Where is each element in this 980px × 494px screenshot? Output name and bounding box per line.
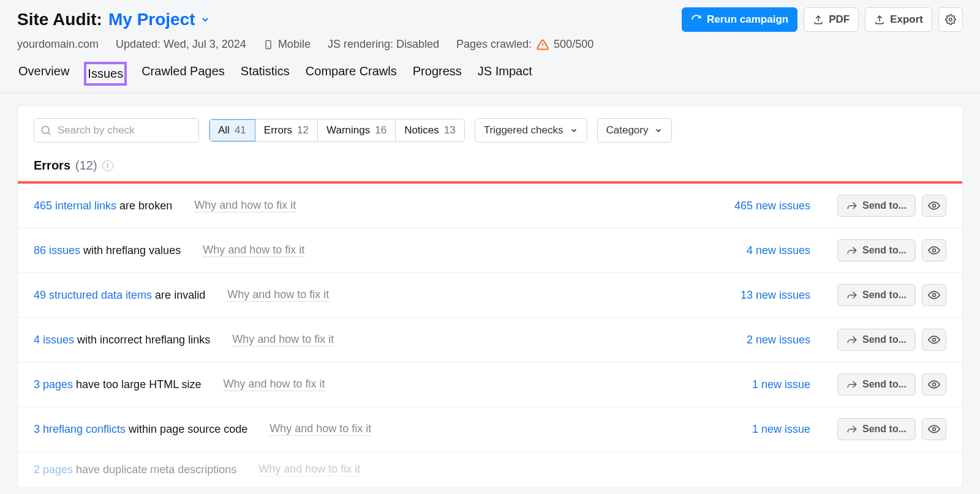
project-dropdown[interactable]: My Project: [108, 10, 210, 29]
refresh-icon: [691, 14, 702, 25]
share-arrow-icon: [846, 245, 858, 256]
why-how-link[interactable]: Why and how to fix it: [227, 288, 329, 302]
why-how-link[interactable]: Why and how to fix it: [270, 422, 371, 436]
issue-text: with incorrect hreflang links: [74, 334, 210, 346]
export-button[interactable]: Export: [865, 7, 932, 32]
svg-point-12: [933, 339, 936, 342]
svg-point-2: [949, 18, 952, 21]
tab-issues[interactable]: Issues: [84, 62, 127, 86]
chevron-down-icon: [200, 15, 210, 24]
tab-compare-crawls[interactable]: Compare Crawls: [304, 62, 398, 86]
issue-link[interactable]: 3 pages: [34, 378, 73, 391]
eye-icon: [928, 378, 940, 391]
issue-row: 4 issues with incorrect hreflang linksWh…: [18, 318, 962, 362]
pdf-button[interactable]: PDF: [804, 7, 859, 32]
mobile-icon: [263, 39, 273, 51]
tab-js-impact[interactable]: JS Impact: [477, 62, 533, 86]
issue-link[interactable]: 2 pages: [34, 463, 73, 476]
view-button[interactable]: [922, 373, 946, 395]
issues-panel: All41Errors12Warnings16Notices13 Trigger…: [17, 105, 963, 488]
eye-icon: [928, 244, 940, 256]
share-arrow-icon: [846, 424, 858, 435]
issue-row: 3 pages have too large HTML sizeWhy and …: [18, 362, 962, 407]
why-how-link[interactable]: Why and how to fix it: [224, 378, 325, 391]
new-issues-link[interactable]: 1 new issue: [752, 378, 810, 391]
svg-point-10: [933, 249, 936, 252]
svg-point-11: [933, 294, 936, 297]
title-bar: Site Audit: My Project Rerun campaign PD…: [17, 7, 963, 32]
issue-type-segments: All41Errors12Warnings16Notices13: [209, 119, 465, 142]
why-how-link[interactable]: Why and how to fix it: [258, 463, 360, 476]
eye-icon: [928, 423, 940, 435]
tab-crawled-pages[interactable]: Crawled Pages: [140, 62, 226, 86]
chevron-down-icon: [654, 126, 663, 135]
why-how-link[interactable]: Why and how to fix it: [194, 199, 296, 212]
view-button[interactable]: [922, 284, 946, 306]
settings-button[interactable]: [938, 7, 963, 32]
segment-notices[interactable]: Notices13: [396, 119, 464, 141]
issue-text: are invalid: [152, 289, 205, 301]
send-to-button[interactable]: Send to...: [837, 418, 916, 440]
rerun-campaign-button[interactable]: Rerun campaign: [682, 7, 797, 32]
project-name: My Project: [108, 10, 195, 29]
issue-row: 3 hreflang conflicts within page source …: [18, 407, 962, 452]
info-icon[interactable]: i: [102, 160, 113, 171]
issue-text: have too large HTML size: [73, 378, 201, 391]
share-arrow-icon: [846, 290, 858, 301]
issue-row: 465 internal links are brokenWhy and how…: [18, 184, 962, 228]
share-arrow-icon: [846, 334, 858, 345]
eye-icon: [928, 289, 940, 301]
upload-icon: [813, 14, 824, 25]
svg-point-7: [42, 126, 49, 133]
svg-point-9: [933, 204, 936, 208]
search-wrapper: [34, 118, 199, 143]
issue-link[interactable]: 465 internal links: [34, 200, 116, 212]
share-arrow-icon: [846, 200, 858, 211]
category-dropdown[interactable]: Category: [597, 118, 673, 143]
chevron-down-icon: [570, 126, 578, 135]
eye-icon: [928, 334, 940, 346]
new-issues-link[interactable]: 2 new issues: [747, 334, 810, 346]
search-input[interactable]: [34, 118, 199, 143]
view-button[interactable]: [922, 239, 946, 261]
gear-icon: [945, 14, 956, 25]
tab-progress[interactable]: Progress: [412, 62, 463, 86]
new-issues-link[interactable]: 13 new issues: [741, 289, 810, 302]
issue-row: 49 structured data items are invalidWhy …: [18, 273, 962, 318]
issue-text: within page source code: [126, 423, 247, 435]
send-to-button[interactable]: Send to...: [837, 373, 916, 395]
meta-updated: Updated: Wed, Jul 3, 2024: [116, 38, 246, 51]
why-how-link[interactable]: Why and how to fix it: [232, 333, 334, 346]
issue-row: 86 issues with hreflang valuesWhy and ho…: [18, 228, 962, 273]
new-issues-link[interactable]: 465 new issues: [734, 200, 810, 212]
segment-all[interactable]: All41: [209, 119, 255, 141]
issue-link[interactable]: 3 hreflang conflicts: [34, 423, 126, 435]
view-button[interactable]: [922, 329, 946, 351]
segment-errors[interactable]: Errors12: [255, 119, 318, 141]
meta-device: Mobile: [263, 38, 311, 51]
triggered-checks-dropdown[interactable]: Triggered checks: [475, 118, 587, 143]
view-button[interactable]: [922, 195, 946, 217]
tab-overview[interactable]: Overview: [17, 62, 70, 86]
issue-link[interactable]: 86 issues: [34, 244, 80, 256]
new-issues-link[interactable]: 1 new issue: [752, 423, 810, 436]
meta-js: JS rendering: Disabled: [328, 38, 439, 51]
segment-warnings[interactable]: Warnings16: [318, 119, 396, 141]
issue-row: 2 pages have duplicate meta descriptions…: [18, 452, 962, 488]
issue-text: are broken: [116, 200, 172, 212]
send-to-button[interactable]: Send to...: [837, 329, 916, 351]
eye-icon: [928, 200, 940, 212]
send-to-button[interactable]: Send to...: [837, 195, 916, 217]
new-issues-link[interactable]: 4 new issues: [747, 244, 810, 257]
issue-link[interactable]: 49 structured data items: [34, 289, 152, 301]
svg-line-8: [48, 133, 51, 135]
why-how-link[interactable]: Why and how to fix it: [203, 244, 304, 257]
view-button[interactable]: [922, 418, 946, 440]
tab-statistics[interactable]: Statistics: [239, 62, 291, 86]
issue-link[interactable]: 4 issues: [34, 334, 74, 346]
share-arrow-icon: [846, 379, 858, 390]
send-to-button[interactable]: Send to...: [837, 284, 916, 306]
issue-text: have duplicate meta descriptions: [73, 463, 236, 476]
meta-domain: yourdomain.com: [17, 38, 99, 51]
send-to-button[interactable]: Send to...: [837, 239, 916, 261]
